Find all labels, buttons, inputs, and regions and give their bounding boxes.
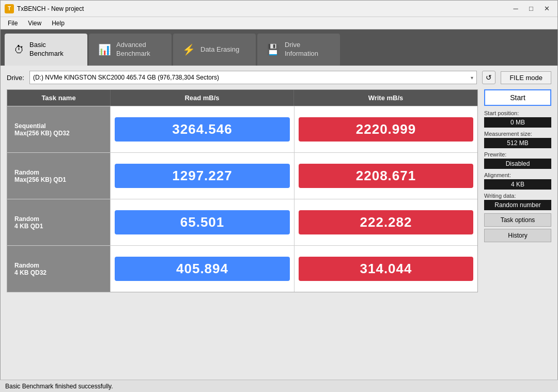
tab-basic-benchmark[interactable]: ⏱ BasicBenchmark: [5, 34, 87, 66]
menu-file[interactable]: File: [3, 19, 23, 28]
file-mode-button[interactable]: FILE mode: [501, 71, 551, 84]
title-bar-text: TxBENCH - New project: [17, 5, 509, 12]
table-row: SequentialMax(256 KB) QD32 3264.546 2220…: [7, 106, 477, 152]
tab-drive-information[interactable]: 💾 DriveInformation: [257, 34, 340, 66]
benchmark-table: Task name Read mB/s Write mB/s Sequentia…: [7, 89, 478, 292]
menu-bar: File View Help: [1, 17, 557, 29]
benchmark-area: Task name Read mB/s Write mB/s Sequentia…: [7, 89, 551, 292]
advanced-benchmark-icon: 📊: [98, 43, 111, 56]
maximize-button[interactable]: □: [524, 4, 538, 14]
tab-basic-label: BasicBenchmark: [29, 41, 64, 58]
title-bar-controls: ─ □ ✕: [509, 4, 553, 14]
alignment-value: 4 KB: [484, 179, 551, 190]
writing-data-value: Random number: [484, 200, 551, 210]
writing-data-label: Writing data:: [484, 193, 551, 199]
read-box-1: 1297.227: [115, 164, 290, 188]
tab-bar: ⏱ BasicBenchmark 📊 AdvancedBenchmark ⚡ D…: [1, 29, 557, 66]
minimize-button[interactable]: ─: [509, 4, 522, 14]
start-position-value: 0 MB: [484, 117, 551, 128]
task-label-3: Random4 KB QD32: [7, 246, 111, 292]
drive-select[interactable]: (D:) NVMe KINGSTON SKC2000 465.74 GB (97…: [29, 71, 477, 84]
write-box-1: 2208.671: [299, 164, 473, 188]
start-button[interactable]: Start: [484, 89, 551, 106]
read-box-3: 405.894: [115, 257, 290, 281]
task-label-2: Random4 KB QD1: [7, 199, 111, 245]
status-text: Basic Benchmark finished successfully.: [5, 383, 113, 390]
tab-drive-label: DriveInformation: [285, 41, 318, 58]
write-box-0: 2220.999: [299, 117, 473, 142]
read-value-0: 3264.546: [111, 106, 294, 152]
main-content: Drive: (D:) NVMe KINGSTON SKC2000 465.74…: [1, 66, 557, 380]
write-value-2: 222.282: [294, 199, 477, 245]
close-button[interactable]: ✕: [540, 4, 553, 14]
start-position-label: Start position:: [484, 110, 551, 116]
read-value-1: 1297.227: [111, 153, 294, 199]
app-icon: T: [5, 4, 14, 13]
tab-advanced-benchmark[interactable]: 📊 AdvancedBenchmark: [89, 34, 172, 66]
write-box-3: 314.044: [299, 257, 473, 281]
tab-data-erasing[interactable]: ⚡ Data Erasing: [173, 34, 256, 66]
data-erasing-icon: ⚡: [182, 43, 195, 56]
right-panel: Start Start position: 0 MB Measurement s…: [484, 89, 551, 292]
read-value-3: 405.894: [111, 246, 294, 292]
menu-help[interactable]: Help: [47, 19, 70, 28]
history-button[interactable]: History: [484, 229, 551, 242]
read-value-2: 65.501: [111, 199, 294, 245]
prewrite-value: Disabled: [484, 159, 551, 169]
read-box-0: 3264.546: [115, 117, 290, 142]
title-bar: T TxBENCH - New project ─ □ ✕: [1, 1, 557, 17]
task-options-button[interactable]: Task options: [484, 213, 551, 227]
table-row: RandomMax(256 KB) QD1 1297.227 2208.671: [7, 152, 477, 199]
write-value-0: 2220.999: [294, 106, 477, 152]
measurement-size-value: 512 MB: [484, 138, 551, 148]
task-label-1: RandomMax(256 KB) QD1: [7, 153, 111, 199]
table-header: Task name Read mB/s Write mB/s: [7, 90, 477, 106]
drive-info-icon: 💾: [267, 43, 280, 56]
prewrite-label: Prewrite:: [484, 151, 551, 158]
table-row: Random4 KB QD1 65.501 222.282: [7, 199, 477, 245]
header-task: Task name: [7, 90, 111, 106]
task-label-0: SequentialMax(256 KB) QD32: [7, 106, 111, 152]
basic-benchmark-icon: ⏱: [14, 44, 24, 56]
measurement-size-label: Measurement size:: [484, 131, 551, 137]
write-value-1: 2208.671: [294, 153, 477, 199]
read-box-2: 65.501: [115, 210, 290, 234]
write-box-2: 222.282: [299, 210, 473, 234]
table-row: Random4 KB QD32 405.894 314.044: [7, 245, 477, 292]
write-value-3: 314.044: [294, 246, 477, 292]
tab-erasing-label: Data Erasing: [200, 45, 239, 54]
drive-bar: Drive: (D:) NVMe KINGSTON SKC2000 465.74…: [7, 71, 551, 84]
header-read: Read mB/s: [111, 90, 294, 106]
chevron-down-icon: ▾: [471, 75, 473, 81]
drive-label: Drive:: [7, 74, 24, 82]
tab-advanced-label: AdvancedBenchmark: [116, 41, 150, 58]
alignment-label: Alignment:: [484, 172, 551, 178]
menu-view[interactable]: View: [23, 19, 47, 28]
drive-select-text: (D:) NVMe KINGSTON SKC2000 465.74 GB (97…: [33, 74, 219, 81]
header-write: Write mB/s: [294, 90, 477, 106]
refresh-button[interactable]: ↺: [482, 71, 495, 84]
status-bar: Basic Benchmark finished successfully.: [0, 380, 558, 392]
